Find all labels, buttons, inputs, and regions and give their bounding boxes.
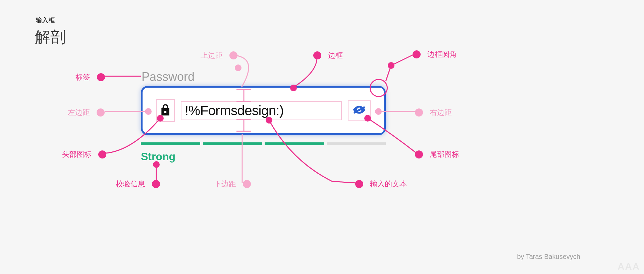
ann-top-padding: 上边距 bbox=[201, 50, 237, 60]
strength-meter bbox=[141, 142, 386, 145]
ann-bottom-padding: 下边距 bbox=[214, 179, 251, 189]
dot-left-padding bbox=[145, 108, 152, 115]
dot-validation bbox=[153, 161, 160, 168]
ann-border-radius: 边框圆角 bbox=[413, 49, 457, 59]
ann-leading-icon: 头部图标 bbox=[62, 149, 106, 159]
ann-right-padding: 右边距 bbox=[415, 107, 452, 118]
ann-left-padding: 左边距 bbox=[68, 107, 105, 118]
dot-right-padding bbox=[375, 108, 382, 115]
input-container[interactable]: !%Formsdesign:) bbox=[141, 86, 386, 135]
ann-validation: 校验信息 bbox=[116, 179, 160, 189]
dot-trailing-icon bbox=[364, 115, 371, 122]
ann-input-text: 输入的文本 bbox=[355, 179, 407, 189]
credit: by Taras Bakusevych bbox=[517, 253, 580, 261]
dot-leading-icon bbox=[157, 115, 164, 122]
strength-label: Strong bbox=[141, 150, 386, 163]
page-title: 解剖 bbox=[35, 27, 66, 48]
dot-border-radius bbox=[388, 62, 394, 69]
input-anatomy: Password !%Formsdesign:) Strong bbox=[141, 70, 386, 163]
input-value[interactable]: !%Formsdesign:) bbox=[181, 101, 342, 120]
dot-top-padding bbox=[235, 64, 241, 71]
input-label: Password bbox=[142, 70, 386, 84]
eyebrow: 输入框 bbox=[36, 16, 55, 24]
ann-border: 边框 bbox=[313, 50, 343, 60]
bottom-padding-indicator bbox=[236, 119, 251, 132]
top-padding-indicator bbox=[236, 89, 251, 102]
ann-label: 标签 bbox=[75, 72, 105, 82]
border-radius-marker bbox=[370, 79, 388, 97]
dot-border bbox=[290, 85, 297, 91]
dot-input-text bbox=[266, 117, 272, 124]
ann-trailing-icon: 尾部图标 bbox=[415, 149, 459, 159]
watermark: AAA bbox=[618, 261, 640, 272]
